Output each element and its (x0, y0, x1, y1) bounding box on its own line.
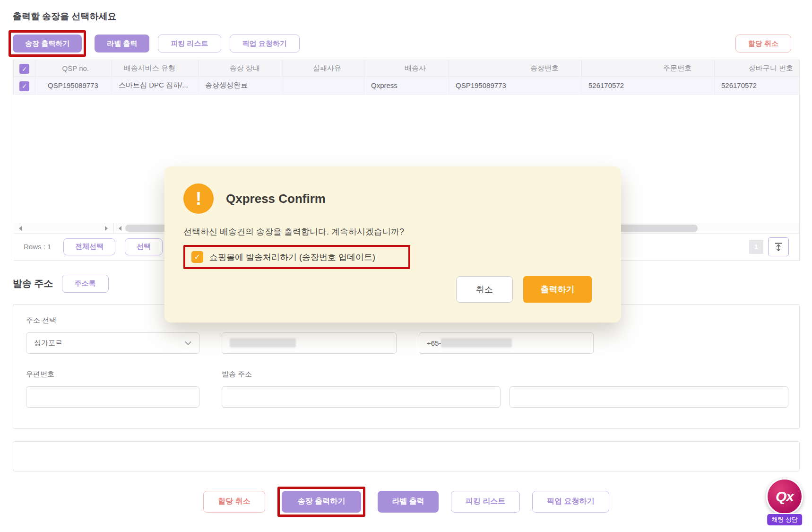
table-row[interactable]: ✓ QSP195089773 스마트십 DPC 집하/... 송장생성완료 Qx… (14, 77, 799, 94)
picking-list-button-bottom[interactable]: 피킹 리스트 (451, 491, 520, 513)
col-invoice-no: 송장번호 (449, 60, 582, 77)
country-select-value: 싱가포르 (34, 339, 62, 348)
postal-code-group: 우편번호 (26, 370, 199, 408)
print-label-button-bottom[interactable]: 라벨 출력 (378, 491, 438, 513)
bottom-toolbar: 할당 취소 송장 출력하기 라벨 출력 피킹 리스트 픽업 요청하기 (13, 487, 800, 517)
table-header-row: ✓ QSP no. 배송서비스 유형 송장 상태 실패사유 배송사 송장번호 주… (14, 60, 799, 77)
bottom-empty-panel (13, 441, 800, 471)
highlight-box-print-invoice-bottom: 송장 출력하기 (277, 487, 365, 517)
top-toolbar: 송장 출력하기 라벨 출력 피킹 리스트 픽업 요청하기 할당 취소 (13, 30, 800, 57)
col-fail-reason: 실패사유 (283, 60, 364, 77)
phone-prefix: +65- (427, 339, 441, 347)
cell-fail-reason (283, 77, 364, 94)
rows-count: Rows : 1 (24, 243, 51, 251)
cell-qsp-no: QSP195089773 (35, 77, 112, 94)
cancel-button[interactable]: 취소 (456, 276, 513, 303)
cell-cart-no: 526170572 (715, 77, 799, 94)
col-service-type: 배송서비스 유형 (112, 60, 199, 77)
cancel-assignment-button-top[interactable]: 할당 취소 (735, 35, 791, 52)
address-group: 발송 주소 (222, 370, 788, 408)
print-label-button-top[interactable]: 라벨 출력 (95, 35, 149, 52)
chat-widget-button[interactable]: Qx 채팅 상담 (765, 478, 804, 527)
confirm-dialog-title: Qxpress Confirm (226, 192, 326, 206)
confirm-dialog-header: ! Qxpress Confirm (183, 183, 601, 214)
print-invoice-button-bottom[interactable]: 송장 출력하기 (282, 491, 361, 513)
qx-logo-text: Qx (776, 488, 794, 505)
phone-field[interactable]: +65- (419, 332, 594, 354)
chevron-down-icon (185, 341, 191, 345)
print-confirm-button[interactable]: 출력하기 (523, 276, 592, 303)
row-height-icon (774, 242, 783, 252)
ship-processing-label: 쇼핑몰에 발송처리하기 (송장번호 업데이트) (209, 252, 375, 263)
cell-carrier: Qxpress (364, 77, 449, 94)
masked-value (441, 338, 512, 348)
row-height-toggle-button[interactable] (768, 237, 789, 256)
confirm-dialog-message: 선택하신 배송건의 송장을 출력합니다. 계속하시겠습니까? (183, 226, 601, 237)
col-cart-no: 장바구니 번호 (715, 60, 799, 77)
cell-service-type: 스마트십 DPC 집하/... (112, 77, 199, 94)
address-line2-field[interactable] (510, 386, 788, 408)
pickup-request-button-bottom[interactable]: 픽업 요청하기 (532, 491, 609, 513)
select-button[interactable]: 선택 (125, 238, 163, 255)
cell-invoice-no: QSP195089773 (449, 77, 582, 94)
picking-list-button-top[interactable]: 피킹 리스트 (158, 35, 221, 52)
select-all-button[interactable]: 전체선택 (63, 238, 115, 255)
col-order-no: 주문번호 (582, 60, 715, 77)
postal-code-field[interactable] (26, 386, 199, 408)
page-title: 출력할 송장을 선택하세요 (13, 10, 800, 23)
address-field-label: 발송 주소 (222, 370, 788, 379)
col-qsp-no: QSP no. (35, 60, 112, 77)
cell-invoice-status: 송장생성완료 (199, 77, 283, 94)
sender-name-field[interactable] (222, 332, 397, 354)
postal-code-label: 우편번호 (26, 370, 199, 379)
cancel-assignment-button-bottom[interactable]: 할당 취소 (203, 491, 265, 513)
col-invoice-status: 송장 상태 (199, 60, 283, 77)
scroll-right-icon[interactable] (105, 226, 108, 231)
shipping-address-title: 발송 주소 (13, 277, 53, 290)
highlight-box-print-invoice-top: 송장 출력하기 (9, 30, 86, 57)
ship-processing-checkbox[interactable]: ✓ (191, 251, 203, 263)
scroll-left-icon[interactable] (119, 226, 121, 231)
pickup-request-button-top[interactable]: 픽업 요청하기 (230, 35, 300, 52)
highlight-box-ship-processing: ✓ 쇼핑몰에 발송처리하기 (송장번호 업데이트) (183, 245, 410, 269)
confirm-dialog: ! Qxpress Confirm 선택하신 배송건의 송장을 출력합니다. 계… (164, 166, 621, 323)
print-invoice-button-top[interactable]: 송장 출력하기 (13, 35, 82, 52)
address-book-button[interactable]: 주소록 (62, 275, 109, 293)
warning-icon: ! (183, 183, 214, 214)
page-number[interactable]: 1 (749, 240, 763, 254)
scroll-left-icon[interactable] (19, 226, 22, 231)
country-select[interactable]: 싱가포르 (26, 332, 199, 354)
chat-consult-badge: 채팅 상담 (766, 513, 803, 526)
row-checkbox[interactable]: ✓ (19, 81, 29, 91)
masked-value (230, 338, 296, 348)
left-pane-scrollbar[interactable] (13, 223, 114, 233)
qx-logo: Qx (766, 478, 803, 515)
col-carrier: 배송사 (364, 60, 449, 77)
cell-order-no: 526170572 (582, 77, 715, 94)
invoice-table: ✓ QSP no. 배송서비스 유형 송장 상태 실패사유 배송사 송장번호 주… (13, 60, 799, 95)
address-line1-field[interactable] (222, 386, 501, 408)
select-all-checkbox[interactable]: ✓ (19, 64, 29, 74)
confirm-dialog-actions: 취소 출력하기 (456, 276, 592, 303)
shipping-address-panel: 주소 선택 싱가포르 +65- 우편번호 발송 주소 (13, 304, 800, 429)
